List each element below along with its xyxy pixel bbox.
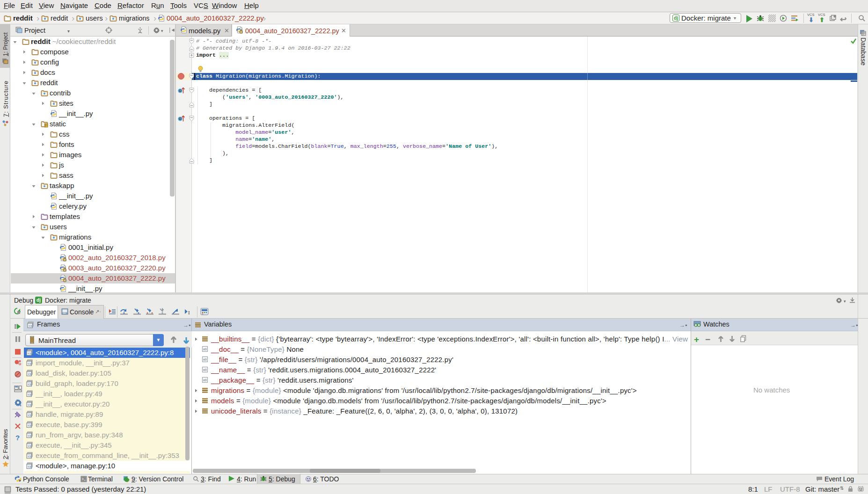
svg-text:<s: <s: [28, 414, 31, 417]
svg-text:<s: <s: [28, 352, 31, 356]
svg-text:я9: я9: [203, 368, 207, 371]
svg-text:<s: <s: [28, 393, 31, 397]
svg-text:<s: <s: [28, 455, 31, 458]
svg-text:я9: я9: [203, 378, 207, 382]
svg-text:<s: <s: [28, 435, 31, 438]
svg-text:?: ?: [15, 434, 20, 441]
svg-text:я9: я9: [203, 348, 207, 351]
svg-text:<s: <s: [28, 383, 31, 386]
svg-text:<s: <s: [28, 363, 31, 366]
svg-text:<s: <s: [28, 445, 31, 448]
svg-text:I: I: [188, 310, 190, 315]
svg-text:<s: <s: [28, 424, 31, 428]
svg-text:<s: <s: [28, 465, 31, 469]
svg-text:я9: я9: [203, 358, 207, 361]
svg-text:<s: <s: [29, 325, 32, 328]
svg-text:<s: <s: [28, 373, 31, 376]
svg-text:<s: <s: [28, 404, 31, 407]
